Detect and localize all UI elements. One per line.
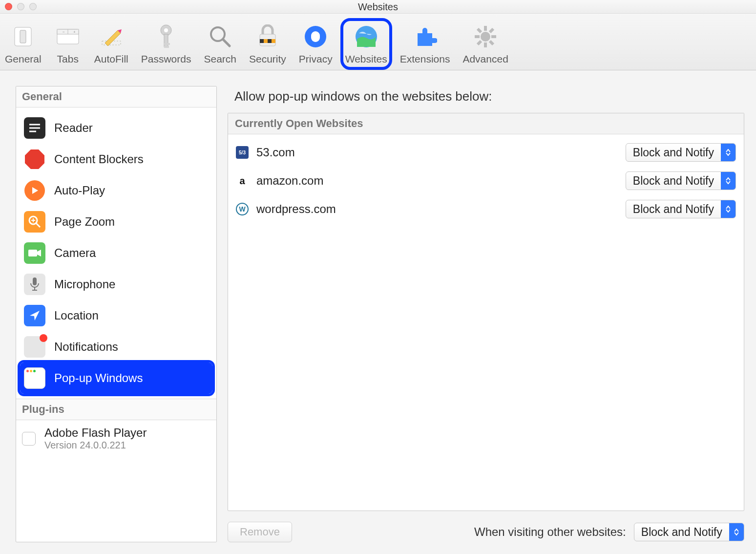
plugin-checkbox[interactable]	[22, 432, 36, 446]
toolbar-tab-general[interactable]: General	[3, 21, 43, 67]
toolbar-tab-label: Search	[204, 53, 236, 65]
toolbar-tab-tabs[interactable]: −+ Tabs	[52, 21, 84, 67]
website-setting-select[interactable]: Block and Notify	[626, 171, 736, 190]
website-setting-select[interactable]: Block and Notify	[626, 200, 736, 218]
sidebar-list: Reader Content Blockers Auto-Play Page Z	[16, 107, 216, 399]
sidebar-item-label: Content Blockers	[54, 152, 144, 166]
passwords-icon	[152, 23, 180, 50]
svg-rect-38	[28, 250, 37, 256]
svg-rect-1	[20, 30, 26, 43]
minimize-window-button[interactable]	[17, 3, 24, 10]
plugin-name: Adobe Flash Player	[44, 426, 147, 440]
remove-button[interactable]: Remove	[228, 522, 292, 542]
toolbar-tab-search[interactable]: Search	[202, 21, 238, 67]
svg-rect-12	[164, 46, 169, 48]
website-domain: amazon.com	[256, 174, 618, 188]
website-row[interactable]: a amazon.com Block and Notify	[234, 167, 738, 195]
select-arrows-icon	[721, 144, 735, 161]
main-heading: Allow pop-up windows on the websites bel…	[234, 89, 744, 104]
toolbar-tab-label: Security	[249, 53, 286, 65]
advanced-icon	[472, 23, 499, 50]
close-window-button[interactable]	[5, 3, 12, 10]
svg-rect-11	[164, 43, 170, 45]
sidebar-item-auto-play[interactable]: Auto-Play	[20, 175, 212, 206]
main-panel: Allow pop-up windows on the websites bel…	[228, 86, 744, 542]
svg-line-35	[36, 223, 40, 227]
select-label: Block and Notify	[626, 146, 721, 159]
svg-line-29	[490, 29, 493, 32]
toolbar-tab-autofill[interactable]: AutoFill	[92, 21, 130, 67]
svg-line-28	[490, 41, 493, 44]
website-setting-select[interactable]: Block and Notify	[626, 143, 736, 162]
svg-line-14	[223, 40, 230, 46]
popup-windows-icon	[24, 367, 45, 389]
toolbar-tab-label: Privacy	[299, 53, 333, 65]
sidebar-item-notifications[interactable]: Notifications	[20, 331, 212, 362]
sidebar-item-popup-windows[interactable]: Pop-up Windows	[20, 362, 212, 394]
plugin-item-flash[interactable]: Adobe Flash Player Version 24.0.0.221	[16, 420, 216, 457]
svg-text:W: W	[239, 205, 246, 213]
sidebar-item-label: Pop-up Windows	[54, 371, 143, 385]
svg-text:−: −	[63, 30, 65, 34]
toolbar-tab-advanced[interactable]: Advanced	[461, 21, 510, 67]
toolbar-tab-label: AutoFill	[94, 53, 128, 65]
privacy-icon	[302, 23, 329, 50]
footer-row: Remove When visiting other websites: Blo…	[228, 522, 744, 542]
autofill-icon	[98, 23, 125, 50]
svg-rect-20	[311, 31, 320, 42]
toolbar-tab-label: Passwords	[141, 53, 191, 65]
sidebar-item-label: Auto-Play	[54, 184, 105, 197]
toolbar-tab-security[interactable]: Security	[247, 21, 288, 67]
sidebar-item-label: Location	[54, 309, 99, 322]
toolbar-tab-label: Advanced	[462, 53, 508, 65]
location-icon	[24, 305, 45, 326]
content-area: General Reader Content Blockers Auto-Pla…	[0, 70, 756, 554]
sidebar-item-reader[interactable]: Reader	[20, 112, 212, 144]
toolbar-tab-label: Websites	[345, 53, 387, 65]
window-title: Websites	[0, 0, 756, 14]
toolbar-tab-label: General	[5, 53, 42, 65]
zoom-window-button[interactable]	[29, 3, 37, 10]
toolbar-tab-privacy[interactable]: Privacy	[297, 21, 335, 67]
sidebar-item-camera[interactable]: Camera	[20, 237, 212, 269]
select-label: Block and Notify	[634, 526, 729, 539]
websites-icon	[353, 23, 380, 50]
favicon-amazon: a	[236, 174, 249, 187]
default-setting-select[interactable]: Block and Notify	[634, 523, 744, 541]
toolbar-tab-passwords[interactable]: Passwords	[139, 21, 193, 67]
sidebar-section-general: General	[16, 86, 216, 107]
window-controls	[5, 3, 37, 10]
website-domain: wordpress.com	[256, 202, 618, 216]
sidebar-item-microphone[interactable]: Microphone	[20, 269, 212, 300]
favicon-53: 5/3	[236, 146, 249, 159]
toolbar-tab-label: Tabs	[57, 53, 79, 65]
tabs-icon: −+	[54, 23, 82, 50]
auto-play-icon	[24, 180, 45, 201]
security-icon	[254, 23, 281, 50]
sidebar-item-location[interactable]: Location	[20, 300, 212, 331]
website-row[interactable]: W wordpress.com Block and Notify	[234, 195, 738, 223]
toolbar-tab-websites[interactable]: Websites	[343, 21, 389, 67]
titlebar: Websites	[0, 0, 756, 14]
sidebar: General Reader Content Blockers Auto-Pla…	[16, 86, 217, 542]
reader-icon	[24, 117, 45, 139]
svg-point-9	[164, 28, 168, 32]
toolbar-tab-extensions[interactable]: Extensions	[398, 21, 452, 67]
preferences-toolbar: General −+ Tabs AutoFill Passwords Searc…	[0, 14, 756, 70]
plugin-version: Version 24.0.0.221	[44, 440, 147, 451]
camera-icon	[24, 242, 45, 264]
sidebar-item-page-zoom[interactable]: Page Zoom	[20, 206, 212, 237]
svg-line-27	[478, 29, 481, 32]
svg-rect-18	[268, 39, 272, 43]
sidebar-item-content-blockers[interactable]: Content Blockers	[20, 144, 212, 175]
sidebar-item-label: Reader	[54, 121, 93, 135]
general-icon	[9, 23, 37, 50]
svg-rect-10	[164, 34, 168, 47]
select-arrows-icon	[729, 523, 744, 541]
notifications-icon	[24, 336, 45, 358]
toolbar-tab-label: Extensions	[400, 53, 450, 65]
website-row[interactable]: 5/3 53.com Block and Notify	[234, 138, 738, 167]
sidebar-item-label: Page Zoom	[54, 215, 115, 229]
microphone-icon	[24, 274, 45, 295]
sidebar-item-label: Camera	[54, 246, 96, 260]
